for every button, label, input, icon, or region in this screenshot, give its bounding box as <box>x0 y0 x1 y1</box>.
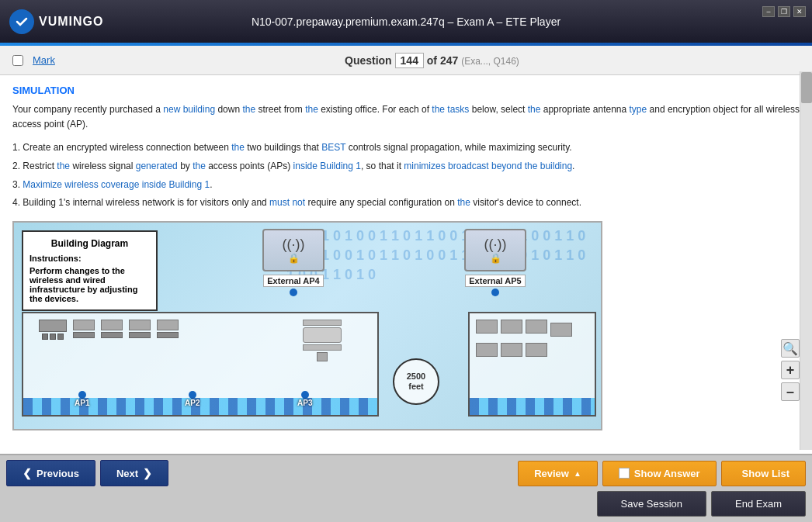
ap2-label: AP2 <box>185 399 200 407</box>
instructions-subtitle: Instructions: <box>29 254 150 263</box>
show-answer-label: Show Answer <box>634 468 700 479</box>
save-session-button[interactable]: Save Session <box>597 491 707 517</box>
review-caret-icon: ▲ <box>574 469 581 478</box>
diagram-title: Building Diagram <box>29 238 150 249</box>
zoom-controls: 🔍 + – <box>781 339 800 401</box>
ap4-lock-icon: 🔒 <box>288 253 300 264</box>
nav-row: ❮ Previous Next ❯ Review ▲ Show Answer S… <box>6 460 806 486</box>
scroll-thumb[interactable] <box>801 72 812 103</box>
zoom-search-button[interactable]: 🔍 <box>781 339 800 358</box>
ap4-label: External AP4 <box>263 275 323 287</box>
ap5-lock-icon: 🔒 <box>490 253 501 264</box>
conference-area <box>303 320 342 361</box>
next-arrow-icon: ❯ <box>143 467 152 479</box>
ap1-label: AP1 <box>75 399 89 407</box>
ap5-connector <box>491 289 499 296</box>
zoom-out-button[interactable]: – <box>781 382 800 401</box>
previous-arrow-icon: ❮ <box>23 467 32 479</box>
end-exam-button[interactable]: End Exam <box>711 491 806 517</box>
logo-icon <box>9 9 34 34</box>
ap5-box[interactable]: ((·)) 🔒 <box>464 229 526 271</box>
restore-button[interactable]: ❐ <box>778 6 790 17</box>
building-right <box>468 312 596 417</box>
scrollbar[interactable] <box>800 71 812 450</box>
ap3[interactable]: AP3 <box>297 391 312 407</box>
next-label: Next <box>116 468 138 479</box>
instructions-text: Perform changes to the wireless and wire… <box>29 266 150 303</box>
show-answer-button[interactable]: Show Answer <box>602 461 717 486</box>
question-sub: (Exa..., Q146) <box>461 56 519 67</box>
ap2-dot <box>189 391 196 399</box>
distance-value: 2500 <box>407 372 425 382</box>
window-title: N10-007.prepaway.premium.exam.247q – Exa… <box>252 16 560 28</box>
minimize-button[interactable]: – <box>762 6 775 17</box>
task-2: 2. Restrict the wireless signal generate… <box>12 158 800 175</box>
logo-text: VUMINGO <box>39 15 103 29</box>
mark-checkbox[interactable] <box>12 55 23 66</box>
window-controls: – ❐ ✕ <box>762 6 806 17</box>
ap2[interactable]: AP2 <box>185 391 200 407</box>
action-row: Save Session End Exam <box>6 491 806 517</box>
task-3: 3. Maximize wireless coverage inside Bui… <box>12 177 800 194</box>
external-ap5[interactable]: ((·)) 🔒 External AP5 <box>464 229 526 296</box>
main-content: SIMULATION Your company recently purchas… <box>0 75 812 454</box>
instructions-box: Building Diagram Instructions: Perform c… <box>22 230 158 311</box>
mark-label[interactable]: Mark <box>33 54 55 66</box>
ap4-connector <box>290 289 297 296</box>
simulation-label: SIMULATION <box>12 85 800 96</box>
review-label: Review <box>534 468 569 479</box>
previous-label: Previous <box>36 468 79 479</box>
question-header: Mark Question 144 of 247 (Exa..., Q146) <box>0 46 812 75</box>
building-diagram: Building Diagram Instructions: Perform c… <box>12 221 602 430</box>
bottom-bar: ❮ Previous Next ❯ Review ▲ Show Answer S… <box>0 454 812 522</box>
intro-text: Your company recently purchased a new bu… <box>12 102 800 132</box>
close-button[interactable]: ✕ <box>793 6 806 17</box>
show-list-label: Show List <box>742 468 789 479</box>
title-bar: VUMINGO N10-007.prepaway.premium.exam.24… <box>0 0 812 43</box>
floor-stripe-right <box>470 398 595 415</box>
question-number: 144 <box>395 53 424 68</box>
question-of: of 247 <box>427 54 458 67</box>
desk-row-1 <box>39 320 179 340</box>
ap1-dot <box>78 391 86 399</box>
ap4-wifi-icon: ((·)) <box>283 237 305 253</box>
previous-button[interactable]: ❮ Previous <box>6 460 95 486</box>
zoom-in-button[interactable]: + <box>781 361 800 379</box>
ap5-wifi-icon: ((·)) <box>484 237 507 253</box>
logo: VUMINGO <box>9 9 103 34</box>
task-1: 1. Create an encrypted wireless connecti… <box>12 140 800 157</box>
distance-unit: feet <box>408 382 424 392</box>
task-4: 4. Building 1's internal wireless networ… <box>12 195 800 212</box>
show-list-button[interactable]: Show List <box>721 461 806 486</box>
ap4-box[interactable]: ((·)) 🔒 <box>262 229 324 271</box>
question-info: Question 144 of 247 (Exa..., Q146) <box>345 53 519 68</box>
ap5-label: External AP5 <box>465 275 525 287</box>
ap1[interactable]: AP1 <box>75 391 89 407</box>
question-label: Question <box>345 54 392 67</box>
ap3-dot <box>301 391 309 399</box>
external-ap4[interactable]: ((·)) 🔒 External AP4 <box>262 229 324 296</box>
distance-indicator: 2500 feet <box>393 358 439 405</box>
show-answer-checkbox <box>619 468 630 479</box>
question-number-box: 144 <box>395 54 427 67</box>
review-button[interactable]: Review ▲ <box>518 461 598 486</box>
task-list: 1. Create an encrypted wireless connecti… <box>12 140 800 211</box>
ap3-label: AP3 <box>297 399 312 407</box>
next-button[interactable]: Next ❯ <box>100 460 168 486</box>
right-desks <box>476 320 595 357</box>
